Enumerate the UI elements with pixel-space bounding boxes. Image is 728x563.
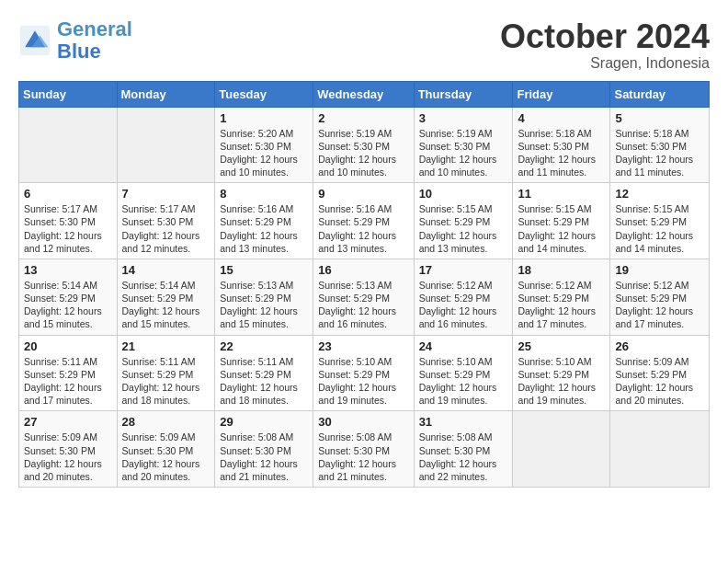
calendar-cell: 10Sunrise: 5:15 AMSunset: 5:29 PMDayligh… xyxy=(414,183,513,259)
day-info: Sunrise: 5:14 AMSunset: 5:29 PMDaylight:… xyxy=(122,279,210,331)
day-number: 1 xyxy=(220,111,308,125)
day-number: 31 xyxy=(419,415,508,429)
day-number: 8 xyxy=(220,187,308,201)
day-number: 2 xyxy=(318,111,408,125)
calendar-cell xyxy=(117,107,215,183)
calendar-cell: 4Sunrise: 5:18 AMSunset: 5:30 PMDaylight… xyxy=(513,107,610,183)
day-number: 13 xyxy=(24,263,112,277)
day-info: Sunrise: 5:11 AMSunset: 5:29 PMDaylight:… xyxy=(122,355,210,408)
day-info: Sunrise: 5:13 AMSunset: 5:29 PMDaylight:… xyxy=(318,279,408,331)
day-number: 18 xyxy=(518,263,605,277)
day-number: 9 xyxy=(318,187,408,201)
calendar-cell: 8Sunrise: 5:16 AMSunset: 5:29 PMDaylight… xyxy=(215,183,313,259)
calendar-cell: 16Sunrise: 5:13 AMSunset: 5:29 PMDayligh… xyxy=(313,259,414,335)
day-info: Sunrise: 5:17 AMSunset: 5:30 PMDaylight:… xyxy=(24,202,112,255)
calendar-body: 1Sunrise: 5:20 AMSunset: 5:30 PMDaylight… xyxy=(19,107,710,487)
day-number: 21 xyxy=(122,339,210,353)
day-number: 16 xyxy=(318,263,408,277)
day-number: 22 xyxy=(220,339,308,353)
header-row: SundayMondayTuesdayWednesdayThursdayFrid… xyxy=(19,81,710,107)
calendar-cell: 11Sunrise: 5:15 AMSunset: 5:29 PMDayligh… xyxy=(513,183,610,259)
location: Sragen, Indonesia xyxy=(500,55,710,72)
calendar-cell: 22Sunrise: 5:11 AMSunset: 5:29 PMDayligh… xyxy=(215,335,313,411)
calendar-cell xyxy=(513,411,610,488)
day-number: 3 xyxy=(419,111,508,125)
day-info: Sunrise: 5:12 AMSunset: 5:29 PMDaylight:… xyxy=(615,279,704,331)
day-number: 25 xyxy=(518,339,605,353)
calendar-week-1: 1Sunrise: 5:20 AMSunset: 5:30 PMDaylight… xyxy=(19,107,710,183)
calendar-cell: 2Sunrise: 5:19 AMSunset: 5:30 PMDaylight… xyxy=(313,107,414,183)
calendar-header: SundayMondayTuesdayWednesdayThursdayFrid… xyxy=(19,81,710,107)
day-info: Sunrise: 5:12 AMSunset: 5:29 PMDaylight:… xyxy=(518,279,605,331)
day-number: 6 xyxy=(24,187,112,201)
day-info: Sunrise: 5:08 AMSunset: 5:30 PMDaylight:… xyxy=(220,431,308,483)
day-number: 10 xyxy=(419,187,508,201)
calendar-cell: 17Sunrise: 5:12 AMSunset: 5:29 PMDayligh… xyxy=(414,259,513,335)
calendar-cell: 25Sunrise: 5:10 AMSunset: 5:29 PMDayligh… xyxy=(513,335,610,411)
day-number: 30 xyxy=(318,415,408,429)
day-number: 7 xyxy=(122,187,210,201)
day-info: Sunrise: 5:08 AMSunset: 5:30 PMDaylight:… xyxy=(419,431,508,483)
calendar-cell: 29Sunrise: 5:08 AMSunset: 5:30 PMDayligh… xyxy=(215,411,313,488)
day-info: Sunrise: 5:17 AMSunset: 5:30 PMDaylight:… xyxy=(122,202,210,255)
day-number: 11 xyxy=(518,187,605,201)
day-number: 15 xyxy=(220,263,308,277)
day-info: Sunrise: 5:19 AMSunset: 5:30 PMDaylight:… xyxy=(318,127,408,179)
day-number: 20 xyxy=(24,339,112,353)
weekday-header-friday: Friday xyxy=(513,81,610,107)
day-info: Sunrise: 5:13 AMSunset: 5:29 PMDaylight:… xyxy=(220,279,308,331)
day-number: 27 xyxy=(24,415,112,429)
day-info: Sunrise: 5:09 AMSunset: 5:29 PMDaylight:… xyxy=(615,355,704,408)
calendar-cell: 19Sunrise: 5:12 AMSunset: 5:29 PMDayligh… xyxy=(610,259,710,335)
weekday-header-tuesday: Tuesday xyxy=(215,81,313,107)
calendar-table: SundayMondayTuesdayWednesdayThursdayFrid… xyxy=(18,81,710,488)
calendar-cell: 21Sunrise: 5:11 AMSunset: 5:29 PMDayligh… xyxy=(117,335,215,411)
day-info: Sunrise: 5:15 AMSunset: 5:29 PMDaylight:… xyxy=(419,202,508,255)
day-number: 23 xyxy=(318,339,408,353)
title-block: October 2024 Sragen, Indonesia xyxy=(500,18,710,72)
calendar-cell: 12Sunrise: 5:15 AMSunset: 5:29 PMDayligh… xyxy=(610,183,710,259)
day-number: 26 xyxy=(615,339,704,353)
calendar-cell: 24Sunrise: 5:10 AMSunset: 5:29 PMDayligh… xyxy=(414,335,513,411)
weekday-header-saturday: Saturday xyxy=(610,81,710,107)
logo-text: General Blue xyxy=(57,18,132,63)
calendar-cell: 5Sunrise: 5:18 AMSunset: 5:30 PMDaylight… xyxy=(610,107,710,183)
calendar-cell xyxy=(610,411,710,488)
calendar-cell xyxy=(19,107,118,183)
day-info: Sunrise: 5:16 AMSunset: 5:29 PMDaylight:… xyxy=(318,202,408,255)
calendar-cell: 3Sunrise: 5:19 AMSunset: 5:30 PMDaylight… xyxy=(414,107,513,183)
day-info: Sunrise: 5:10 AMSunset: 5:29 PMDaylight:… xyxy=(419,355,508,408)
day-number: 14 xyxy=(122,263,210,277)
weekday-header-thursday: Thursday xyxy=(414,81,513,107)
calendar-cell: 14Sunrise: 5:14 AMSunset: 5:29 PMDayligh… xyxy=(117,259,215,335)
day-info: Sunrise: 5:18 AMSunset: 5:30 PMDaylight:… xyxy=(615,127,704,179)
day-info: Sunrise: 5:10 AMSunset: 5:29 PMDaylight:… xyxy=(318,355,408,408)
calendar-cell: 26Sunrise: 5:09 AMSunset: 5:29 PMDayligh… xyxy=(610,335,710,411)
day-number: 12 xyxy=(615,187,704,201)
day-number: 28 xyxy=(122,415,210,429)
calendar-cell: 13Sunrise: 5:14 AMSunset: 5:29 PMDayligh… xyxy=(19,259,118,335)
calendar-cell: 27Sunrise: 5:09 AMSunset: 5:30 PMDayligh… xyxy=(19,411,118,488)
page-header: General Blue October 2024 Sragen, Indone… xyxy=(18,18,710,72)
calendar-cell: 7Sunrise: 5:17 AMSunset: 5:30 PMDaylight… xyxy=(117,183,215,259)
month-title: October 2024 xyxy=(500,18,710,55)
day-info: Sunrise: 5:15 AMSunset: 5:29 PMDaylight:… xyxy=(615,202,704,255)
calendar-cell: 31Sunrise: 5:08 AMSunset: 5:30 PMDayligh… xyxy=(414,411,513,488)
day-number: 19 xyxy=(615,263,704,277)
day-info: Sunrise: 5:08 AMSunset: 5:30 PMDaylight:… xyxy=(318,431,408,483)
day-number: 5 xyxy=(615,111,704,125)
logo: General Blue xyxy=(18,18,132,63)
day-number: 17 xyxy=(419,263,508,277)
calendar-cell: 28Sunrise: 5:09 AMSunset: 5:30 PMDayligh… xyxy=(117,411,215,488)
day-info: Sunrise: 5:16 AMSunset: 5:29 PMDaylight:… xyxy=(220,202,308,255)
day-info: Sunrise: 5:12 AMSunset: 5:29 PMDaylight:… xyxy=(419,279,508,331)
weekday-header-sunday: Sunday xyxy=(19,81,118,107)
calendar-cell: 18Sunrise: 5:12 AMSunset: 5:29 PMDayligh… xyxy=(513,259,610,335)
calendar-week-5: 27Sunrise: 5:09 AMSunset: 5:30 PMDayligh… xyxy=(19,411,710,488)
calendar-cell: 6Sunrise: 5:17 AMSunset: 5:30 PMDaylight… xyxy=(19,183,118,259)
calendar-week-4: 20Sunrise: 5:11 AMSunset: 5:29 PMDayligh… xyxy=(19,335,710,411)
day-info: Sunrise: 5:18 AMSunset: 5:30 PMDaylight:… xyxy=(518,127,605,179)
day-info: Sunrise: 5:14 AMSunset: 5:29 PMDaylight:… xyxy=(24,279,112,331)
day-info: Sunrise: 5:19 AMSunset: 5:30 PMDaylight:… xyxy=(419,127,508,179)
logo-icon xyxy=(18,24,51,57)
